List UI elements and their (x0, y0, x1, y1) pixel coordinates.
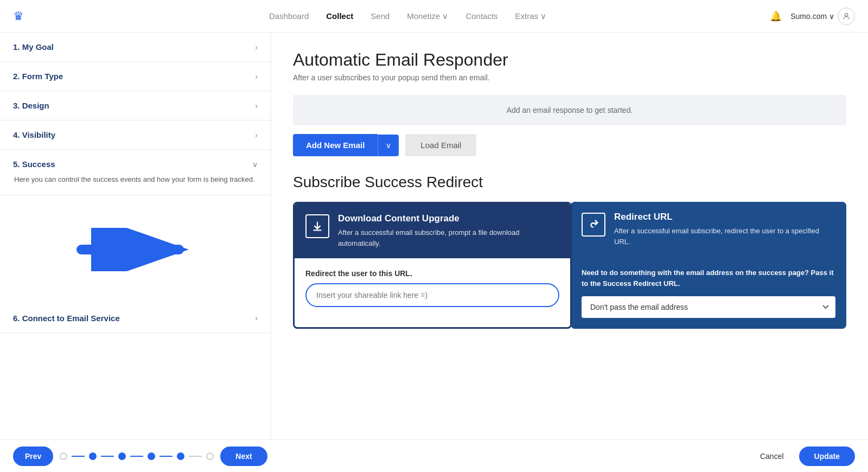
pass-email-label: Need to do something with the email addr… (582, 267, 835, 289)
progress-dot-1 (60, 452, 67, 460)
card-download-header: Download Content Upgrade After a success… (295, 203, 570, 258)
card-redirect: Redirect URL After a successful email su… (571, 202, 846, 329)
top-nav: ♛ Dashboard Collect Send Monetize ∨ Cont… (0, 0, 868, 33)
update-button[interactable]: Update (799, 447, 855, 466)
download-icon (305, 214, 329, 238)
sidebar-item-success[interactable]: 5. Success ∨ Here you can control the su… (0, 150, 271, 195)
chevron-right-icon: › (255, 131, 258, 139)
section-title: Subscribe Success Redirect (293, 174, 846, 191)
banner-text: Add an email response to get started. (507, 106, 633, 114)
card-redirect-body: Need to do something with the email addr… (571, 257, 846, 329)
sidebar-item-my-goal[interactable]: 1. My Goal › (0, 33, 271, 62)
add-email-dropdown-button[interactable]: ∨ (378, 135, 399, 156)
success-description: Here you can control the success events … (13, 174, 256, 185)
progress-dots (60, 452, 214, 460)
avatar[interactable] (838, 8, 855, 25)
bottom-left: Prev Next (13, 447, 267, 466)
user-label: Sumo.com ∨ (790, 12, 834, 21)
cancel-button[interactable]: Cancel (751, 447, 793, 466)
sidebar-item-visibility[interactable]: 4. Visibility › (0, 120, 271, 150)
chevron-right-icon: › (255, 101, 258, 110)
chevron-right-icon: › (255, 43, 258, 52)
nav-extras[interactable]: Extras ∨ (515, 11, 547, 21)
progress-dot-5 (177, 452, 184, 460)
sidebar: 1. My Goal › 2. Form Type › 3. Design › … (0, 33, 271, 439)
chevron-right-icon: › (255, 72, 258, 81)
bottom-right: Cancel Update (751, 447, 855, 466)
email-banner: Add an email response to get started. (293, 95, 846, 125)
arrow-area (0, 195, 271, 304)
card-download-title: Download Content Upgrade (338, 213, 559, 224)
page-title: Automatic Email Responder (293, 50, 846, 70)
card-redirect-desc: After a successful email subscribe, redi… (614, 226, 835, 247)
user-menu[interactable]: Sumo.com ∨ (790, 8, 855, 25)
chevron-right-icon: › (255, 314, 258, 322)
nav-dashboard[interactable]: Dashboard (269, 11, 309, 21)
url-label: Redirect the user to this URL. (305, 269, 559, 278)
progress-line-1 (72, 456, 85, 457)
arrow-icon (76, 228, 195, 271)
sidebar-item-form-type[interactable]: 2. Form Type › (0, 62, 271, 91)
url-input[interactable] (305, 283, 559, 307)
progress-line-5 (189, 456, 202, 457)
progress-dot-4 (148, 452, 155, 460)
progress-dot-3 (118, 452, 126, 460)
progress-dot-6 (206, 452, 214, 460)
redirect-icon (582, 213, 605, 237)
logo-icon[interactable]: ♛ (13, 9, 24, 23)
nav-collect[interactable]: Collect (326, 11, 353, 21)
card-redirect-title: Redirect URL (614, 212, 835, 222)
nav-right: 🔔 Sumo.com ∨ (770, 8, 855, 25)
nav-contacts[interactable]: Contacts (465, 11, 497, 21)
sidebar-item-connect-email[interactable]: 6. Connect to Email Service › (0, 304, 271, 333)
notification-bell-icon[interactable]: 🔔 (770, 10, 782, 22)
email-actions: Add New Email ∨ Load Email (293, 134, 846, 156)
nav-send[interactable]: Send (371, 11, 390, 21)
main-content: Automatic Email Responder After a user s… (271, 33, 868, 439)
add-new-email-button[interactable]: Add New Email (293, 134, 378, 156)
card-download: Download Content Upgrade After a success… (293, 202, 572, 329)
progress-line-4 (159, 456, 173, 457)
card-download-desc: After a successful email subscribe, prom… (338, 227, 559, 248)
prev-button[interactable]: Prev (13, 447, 53, 466)
next-button[interactable]: Next (220, 447, 267, 466)
progress-dot-2 (89, 452, 97, 460)
bottom-bar: Prev Next Cancel Update (0, 439, 868, 472)
card-download-body: Redirect the user to this URL. (295, 258, 570, 318)
page-subtitle: After a user subscribes to your popup se… (293, 73, 846, 82)
progress-line-2 (101, 456, 114, 457)
svg-point-0 (845, 13, 847, 16)
sidebar-item-design[interactable]: 3. Design › (0, 91, 271, 120)
nav-monetize[interactable]: Monetize ∨ (407, 11, 448, 21)
nav-links: Dashboard Collect Send Monetize ∨ Contac… (46, 11, 770, 21)
progress-line-3 (130, 456, 143, 457)
card-redirect-header: Redirect URL After a successful email su… (571, 202, 846, 257)
main-layout: 1. My Goal › 2. Form Type › 3. Design › … (0, 33, 868, 439)
load-email-button[interactable]: Load Email (405, 134, 476, 156)
chevron-down-icon: ∨ (252, 160, 258, 169)
pass-email-select[interactable]: Don't pass the email address Pass the em… (582, 296, 835, 318)
redirect-cards: Download Content Upgrade After a success… (293, 202, 846, 329)
